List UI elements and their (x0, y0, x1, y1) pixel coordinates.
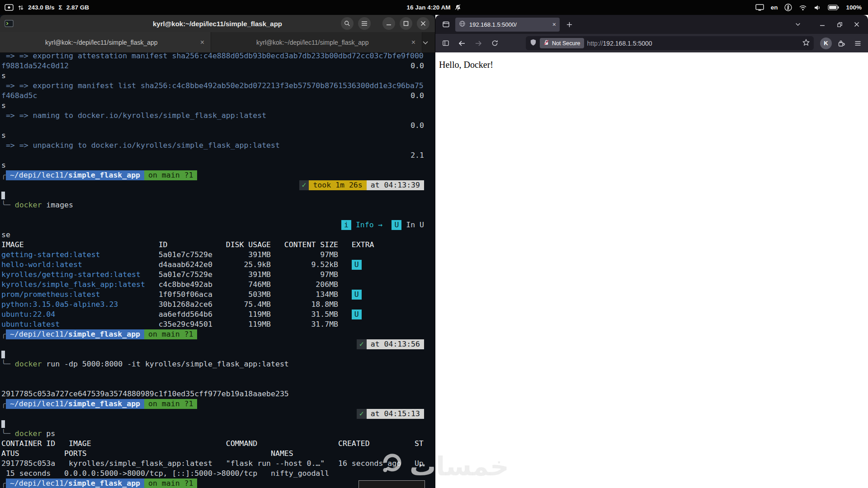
terminal-text: IMAGE ID DISK USAGE CONTENT SIZE EXTRA (1, 240, 374, 250)
terminal-text: 0.0 (410, 121, 424, 131)
terminal-text: ╰─ (1, 200, 15, 210)
git-branch-chip: on main ?1 (144, 170, 197, 180)
tab-list-chevron-icon[interactable] (422, 38, 429, 47)
back-button[interactable] (455, 37, 469, 50)
terminal-window: kyrl@kok:~/depi/lec11/simple_flask_app (0, 15, 435, 488)
terminal-text: ╰─ (1, 429, 15, 439)
terminal-line (1, 369, 424, 379)
prompt-path-chip: simple_flask_app (68, 479, 144, 488)
sidebar-toggle-icon[interactable] (439, 37, 453, 50)
terminal-close-button[interactable] (417, 17, 429, 30)
prompt-path-chip: simple_flask_app (68, 170, 144, 180)
bookmark-star-icon[interactable] (802, 39, 810, 48)
dnd-bell-icon (455, 4, 462, 11)
duration-chip: took 1m 26s (309, 180, 366, 190)
new-tab-button[interactable] (562, 18, 576, 31)
terminal-screen[interactable]: => => exporting attestation manifest sha… (0, 53, 435, 488)
command-text: docker (15, 429, 42, 439)
net-speed: 243.0 B/s (28, 4, 55, 11)
prompt-path-chip: ~/depi/lec11/ (6, 170, 68, 180)
terminal-text: In U (401, 220, 424, 230)
timestamp-chip: at 04:13:56 (367, 339, 424, 349)
terminal-line: ╰─ docker images (1, 200, 424, 210)
url-bar[interactable]: Not Secure http://192.168.1.5:5000 (526, 36, 814, 50)
browser-close-button[interactable] (850, 18, 863, 31)
browser-restore-button[interactable] (833, 18, 846, 31)
git-branch-chip: on main ?1 (144, 399, 197, 409)
terminal-line (1, 349, 424, 359)
terminal-text: ╭ (1, 329, 6, 339)
terminal-text: CONTAINER ID IMAGE COMMAND CREATED ST (1, 439, 424, 449)
prompt-connector (1, 192, 5, 199)
terminal-line (1, 210, 424, 220)
net-arrows-icon (18, 5, 24, 11)
terminal-menu-button[interactable] (358, 17, 371, 30)
terminal-tab-1[interactable]: kyrl@kok:~/depi/lec11/simple_flask_app × (0, 32, 211, 52)
info-key-badge: U (352, 260, 362, 270)
clock-widget[interactable]: 16 Jan 4:20 AM (406, 4, 461, 11)
tab-close-icon[interactable]: × (410, 38, 417, 47)
prompt-path-chip: simple_flask_app (68, 399, 144, 409)
terminal-line (1, 379, 424, 389)
terminal-text: s (1, 71, 6, 81)
extensions-icon[interactable] (835, 37, 848, 50)
image-name-text: kyrolles/simple_flask_app:latest (1, 280, 159, 290)
terminal-text: s (1, 160, 6, 170)
timestamp-chip: at 04:13:39 (367, 180, 424, 190)
account-avatar[interactable]: K (820, 38, 832, 49)
battery-icon (828, 5, 839, 10)
prompt-connector (1, 351, 5, 358)
keyboard-layout-indicator[interactable]: en (771, 4, 778, 11)
terminal-line: ATUS PORTS NAMES (1, 449, 424, 459)
terminal-line: hello-world:latest d4aaab6242e0 25.9kB 9… (1, 260, 424, 270)
terminal-tab-label: kyrl@kok:~/depi/lec11/simple_flask_app (5, 39, 198, 46)
terminal-text: ╭ (1, 170, 6, 180)
git-branch-chip: on main ?1 (144, 329, 197, 339)
tracking-shield-icon[interactable] (530, 39, 537, 48)
terminal-line: kyrolles/simple_flask_app:latest c4c8bbe… (1, 280, 424, 290)
terminal-line: => => naming to docker.io/kyrolles/simpl… (1, 111, 424, 121)
browser-minimize-button[interactable] (816, 18, 829, 31)
system-tray-left[interactable]: 243.0 B/s Σ 2.87 GB (0, 4, 89, 11)
reload-button[interactable] (488, 37, 501, 50)
firefox-view-button[interactable] (439, 18, 453, 31)
prompt-path-chip: ~/depi/lec11/ (6, 329, 68, 339)
terminal-line: IMAGE ID DISK USAGE CONTENT SIZE EXTRA (1, 240, 424, 250)
terminal-line: s (1, 101, 424, 111)
terminal-minimize-button[interactable] (382, 17, 395, 30)
terminal-text: ╭ (1, 399, 6, 409)
terminal-search-button[interactable] (341, 17, 354, 30)
terminal-text: => => exporting manifest list sha256:c4c… (1, 81, 424, 91)
prompt-connector (1, 420, 5, 428)
browser-toolbar: Not Secure http://192.168.1.5:5000 K (435, 34, 868, 52)
browser-tab[interactable]: 192.168.1.5:5000/ × (455, 18, 560, 32)
browser-window: 192.168.1.5:5000/ × (435, 15, 868, 488)
security-label: Not Secure (552, 40, 580, 47)
terminal-maximize-button[interactable] (400, 17, 412, 30)
app-menu-button[interactable] (851, 37, 864, 50)
terminal-line: 2917785c053a727ce647539a3574880989c1f10e… (1, 389, 424, 399)
terminal-titlebar[interactable]: kyrl@kok:~/depi/lec11/simple_flask_app (0, 15, 435, 32)
security-badge[interactable]: Not Secure (540, 38, 584, 48)
terminal-line: kyrolles/getting-started:latest 5a01e7c7… (1, 270, 424, 280)
terminal-text: 15 seconds 0.0.0.0:5000->8000/tcp, [::]:… (1, 469, 329, 479)
image-name-text: python:3.15.0a5-alpine3.23 (1, 300, 159, 310)
tab-close-icon[interactable]: × (198, 38, 206, 47)
list-all-tabs-chevron-icon[interactable] (791, 18, 805, 31)
terminal-line: f468ad5c0.0 (1, 91, 424, 101)
terminal-tab-2[interactable]: kyrl@kok:~/depi/lec11/simple_flask_app × (211, 32, 422, 52)
exit-status-chip: ✓ (357, 339, 367, 349)
terminal-text: 2.1 (410, 150, 424, 160)
tab-close-icon[interactable]: × (552, 21, 556, 28)
terminal-line: => => unpacking to docker.io/kyrolles/si… (1, 141, 424, 150)
image-name-text: kyrolles/getting-started:latest (1, 270, 159, 280)
forward-button[interactable] (472, 37, 485, 50)
terminal-line: 2.1 (1, 150, 424, 160)
image-name-text: hello-world:latest (1, 260, 159, 270)
desktop: 243.0 B/s Σ 2.87 GB 16 Jan 4:20 AM en (0, 0, 868, 488)
terminal-line: s (1, 131, 424, 141)
prompt-path-chip: simple_flask_app (68, 329, 144, 339)
terminal-line: ╭~/depi/lec11/simple_flask_appon main ?1 (1, 399, 424, 409)
terminal-text: ╰─ (1, 359, 15, 369)
system-tray-right[interactable]: en 100% (755, 4, 868, 11)
